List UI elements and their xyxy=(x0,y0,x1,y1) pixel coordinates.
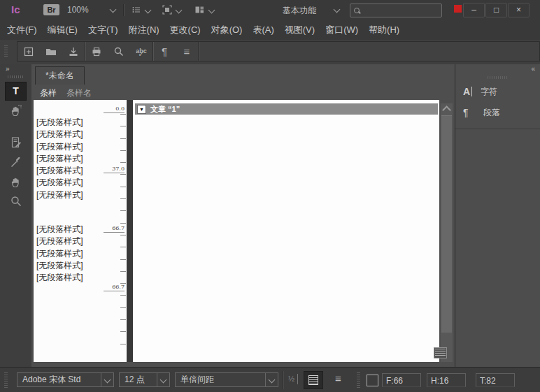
scrollbar-thumb[interactable] xyxy=(441,115,452,333)
menu-item[interactable]: 视图(V) xyxy=(285,24,315,36)
chevron-down-icon[interactable] xyxy=(334,6,341,13)
ruler-mark: 0.0 xyxy=(104,106,125,113)
panel-divider xyxy=(455,129,540,129)
scroll-up-icon[interactable] xyxy=(442,106,451,115)
panel-grip[interactable] xyxy=(8,75,23,78)
paragraph-style-label[interactable]: [无段落样式] xyxy=(36,224,83,235)
collapse-story-icon[interactable]: ▼ xyxy=(137,105,146,114)
galley-view: 0.0 37.0 66.7 66.7 [无段落样式][无段落样式][无段落样式]… xyxy=(34,100,439,362)
menu-item[interactable]: 编辑(E) xyxy=(48,24,78,36)
paragraph-style-label[interactable]: [无段落样式] xyxy=(36,117,83,129)
search-icon xyxy=(354,8,360,13)
paragraph-panel-button[interactable]: ¶ 段落 xyxy=(455,103,540,122)
view-tabs: 条样 条样名 xyxy=(40,86,92,100)
menu-item[interactable]: 文字(T) xyxy=(88,24,118,36)
font-size-value: 12 点 xyxy=(120,374,157,386)
zoom-tool-icon xyxy=(9,194,23,208)
zoom-level-value[interactable]: 100% xyxy=(67,5,89,15)
paragraph-style-label[interactable]: [无段落样式] xyxy=(36,153,83,165)
vertical-scrollbar[interactable] xyxy=(441,103,453,362)
collapse-panel-icon[interactable]: « xyxy=(531,65,534,73)
pilcrow-icon: ¶ xyxy=(162,45,167,57)
column-divider[interactable] xyxy=(127,100,133,362)
font-family-select[interactable]: Adobe 宋体 Std xyxy=(17,372,114,387)
arrange-documents-icon xyxy=(194,5,205,15)
hand-tool[interactable] xyxy=(0,172,31,191)
story-text-area[interactable]: ▼ 文章 “1” xyxy=(133,100,439,362)
chevron-down-icon[interactable] xyxy=(157,373,169,386)
menu-bar: 文件(F)编辑(E)文字(T)附注(N)更改(C)对象(O)表(A)视图(V)窗… xyxy=(0,20,540,41)
maximize-button[interactable]: □ xyxy=(485,3,507,17)
note-tool[interactable] xyxy=(0,133,31,152)
paragraph-style-label[interactable]: [无段落样式] xyxy=(36,189,83,201)
position-tool[interactable] xyxy=(0,101,31,120)
galley-info-toggle-button[interactable] xyxy=(304,371,323,389)
menu-icon: ≡ xyxy=(184,45,190,57)
resize-grip-icon[interactable] xyxy=(434,347,447,358)
view-options-icon xyxy=(132,5,141,15)
eyedropper-tool[interactable] xyxy=(0,152,31,172)
spellcheck-button[interactable]: abc✓ xyxy=(130,42,152,61)
character-label: 字符 xyxy=(481,86,497,98)
paragraph-style-label[interactable]: [无段落样式] xyxy=(36,235,83,247)
paragraph-style-label[interactable]: [无段落样式] xyxy=(36,177,83,189)
menu-item[interactable]: 附注(N) xyxy=(129,24,159,36)
chevron-down-icon[interactable] xyxy=(101,373,113,386)
new-document-button[interactable] xyxy=(17,42,40,61)
document-tab[interactable]: *未命名 xyxy=(35,66,85,85)
leading-select[interactable]: 单倍间距 xyxy=(175,372,278,387)
paragraph-style-label[interactable]: [无段落样式] xyxy=(36,129,83,140)
chevron-down-icon xyxy=(176,6,183,13)
font-size-select[interactable]: 12 点 xyxy=(119,372,170,387)
menu-icon[interactable]: ≡ xyxy=(335,372,341,384)
print-button[interactable] xyxy=(85,42,108,61)
search-button[interactable] xyxy=(108,42,130,61)
chevron-down-icon[interactable] xyxy=(110,6,117,13)
statusbar-grip[interactable] xyxy=(357,372,360,388)
open-folder-icon xyxy=(45,45,57,58)
bridge-button[interactable]: Br xyxy=(43,4,59,15)
zoom-tool[interactable] xyxy=(0,191,31,211)
toolbar-menu-button[interactable]: ≡ xyxy=(176,42,198,61)
paragraph-style-label[interactable]: [无段落样式] xyxy=(36,272,83,284)
close-button[interactable]: × xyxy=(508,3,530,17)
statusbar-grip[interactable] xyxy=(4,372,8,388)
minimize-button[interactable]: – xyxy=(463,3,485,17)
fraction-icon[interactable]: ½ xyxy=(288,374,298,384)
paragraph-label: 段落 xyxy=(483,107,500,119)
paragraph-style-label[interactable]: [无段落样式] xyxy=(36,165,83,177)
menu-item[interactable]: 文件(F) xyxy=(7,24,37,36)
save-button[interactable] xyxy=(62,42,85,61)
character-icon: A xyxy=(463,87,472,96)
hand-tool-icon xyxy=(9,175,23,189)
paragraph-style-label[interactable]: [无段落样式] xyxy=(36,248,83,260)
paragraph-style-label[interactable]: [无段落样式] xyxy=(36,260,83,272)
arrange-documents-dropdown[interactable] xyxy=(194,5,214,15)
menu-item[interactable]: 更改(C) xyxy=(170,24,201,36)
toolbar-grip[interactable] xyxy=(4,45,8,58)
menu-item[interactable]: 表(A) xyxy=(253,24,273,36)
menu-item[interactable]: 窗口(W) xyxy=(325,24,358,36)
view-tab-secondary[interactable]: 条样名 xyxy=(66,87,92,99)
character-panel-button[interactable]: A 字符 xyxy=(455,82,540,101)
open-button[interactable] xyxy=(40,42,62,61)
search-input[interactable] xyxy=(360,6,441,15)
paragraph-style-label[interactable]: [无段落样式] xyxy=(36,141,83,153)
paragraph-icon: ¶ xyxy=(463,107,475,118)
menu-item[interactable]: 对象(O) xyxy=(211,24,243,36)
story-header[interactable]: ▼ 文章 “1” xyxy=(135,103,438,115)
note-tool-icon xyxy=(9,136,23,150)
workspace-switcher[interactable]: 基本功能 xyxy=(283,5,316,17)
view-tab-galley[interactable]: 条样 xyxy=(40,87,57,99)
screen-mode-dropdown[interactable] xyxy=(162,5,181,15)
right-dock-panel: « A 字符 ¶ 段落 xyxy=(455,64,540,367)
expand-panel-icon[interactable]: » xyxy=(6,65,8,73)
show-hidden-characters-button[interactable]: ¶ xyxy=(153,42,176,61)
menu-item[interactable]: 帮助(H) xyxy=(369,24,399,36)
copyfit-depth-value: F:66 xyxy=(382,373,421,387)
panel-grip[interactable] xyxy=(488,76,509,79)
type-tool[interactable]: T xyxy=(0,81,31,101)
view-options-dropdown[interactable] xyxy=(132,5,150,15)
chevron-down-icon[interactable] xyxy=(265,373,278,386)
search-box[interactable] xyxy=(350,3,442,17)
